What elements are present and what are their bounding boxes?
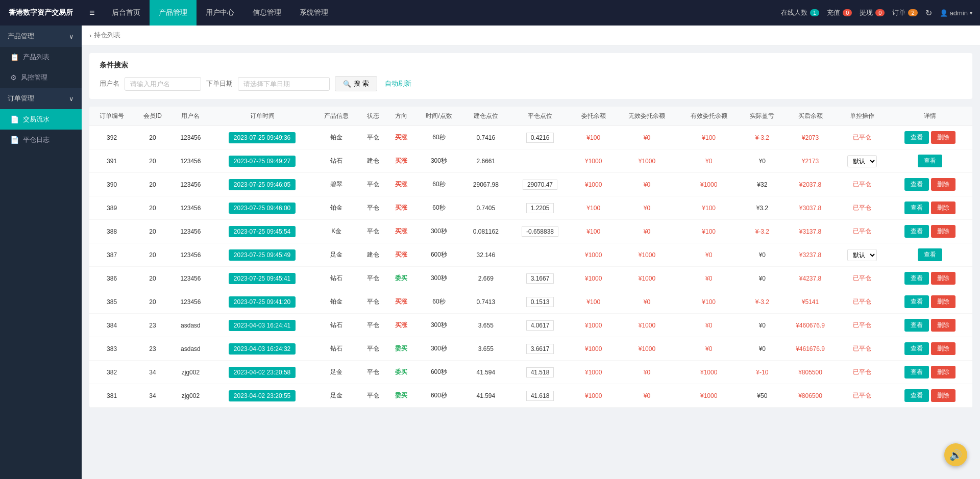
single-op-select-387[interactable]: 默认盈亏全盈全亏 — [847, 249, 877, 261]
cell-profit: ¥-3.2 — [740, 220, 785, 243]
cell-username: 123456 — [171, 220, 210, 243]
nav-item-info[interactable]: 信息管理 — [243, 0, 290, 26]
cell-status: 平仓 — [359, 196, 387, 220]
dropdown-option-profit[interactable]: 盈 — [848, 183, 883, 196]
sidebar-section-orders: 订单管理 ∨ 📄 交易流水 📄 平仓日志 — [0, 88, 82, 150]
recharge-count-badge: 0 — [843, 9, 852, 16]
cell-actions: 查看删除 — [888, 361, 972, 384]
top-right-area: 在线人数 1 充值 0 提现 0 订单 2 ↻ 👤 admin ▾ — [781, 8, 980, 18]
sidebar-item-transaction-flow[interactable]: 📄 交易流水 — [0, 109, 82, 130]
cell-member-id: 23 — [134, 314, 171, 337]
cell-order-time: 2023-04-02 23:20:58 — [210, 361, 314, 384]
cell-order-time: 2023-04-03 16:24:41 — [210, 314, 314, 337]
dropdown-option-all-profit[interactable]: 全盈 — [848, 210, 883, 224]
delete-btn-383[interactable]: 删除 — [931, 342, 955, 355]
cell-invalid-entrust: ¥1000 — [616, 243, 678, 267]
cell-valid-entrust: ¥0 — [678, 314, 740, 337]
auto-refresh-btn[interactable]: 自动刷新 — [385, 79, 411, 88]
delete-btn-388[interactable]: 删除 — [931, 225, 955, 238]
delete-btn-385[interactable]: 删除 — [931, 295, 955, 308]
dropdown-option-default[interactable]: 默认 — [848, 169, 883, 183]
cell-single-op: 已平仓 — [836, 314, 888, 337]
view-btn-385[interactable]: 查看 — [904, 295, 929, 308]
search-button[interactable]: 🔍 搜 索 — [335, 76, 377, 91]
delete-btn-381[interactable]: 删除 — [931, 389, 955, 402]
sidebar-item-risk-control[interactable]: ⚙ 风控管理 — [0, 67, 82, 88]
status-settled-384: 已平仓 — [853, 321, 871, 329]
username-input[interactable] — [125, 77, 201, 91]
cell-balance-after: ¥5141 — [785, 290, 836, 314]
nav-item-system[interactable]: 系统管理 — [290, 0, 337, 26]
user-info[interactable]: 👤 admin ▾ — [940, 9, 972, 17]
cell-single-op: 默认盈亏全盈全亏 — [836, 243, 888, 267]
cell-balance-after: ¥2173 — [785, 149, 836, 173]
th-order-time: 订单时间 — [210, 107, 314, 126]
view-btn-388[interactable]: 查看 — [904, 225, 929, 238]
view-btn-381[interactable]: 查看 — [904, 389, 929, 402]
cell-invalid-entrust: ¥0 — [616, 220, 678, 243]
cell-invalid-entrust: ¥1000 — [616, 267, 678, 290]
table-row: 384 23 asdasd 2023-04-03 16:24:41 钻石 平仓 … — [89, 314, 972, 337]
cell-profit: ¥32 — [740, 173, 785, 196]
cell-time-points: 60秒 — [415, 196, 463, 220]
view-btn-382[interactable]: 查看 — [904, 366, 929, 379]
view-btn-383[interactable]: 查看 — [904, 342, 929, 355]
single-op-select-391[interactable]: 默认盈亏全盈全亏 — [847, 155, 877, 167]
nav-item-products[interactable]: 产品管理 — [150, 0, 197, 26]
cell-valid-entrust: ¥100 — [678, 126, 740, 149]
delete-btn-389[interactable]: 删除 — [931, 201, 955, 214]
cell-order-id: 385 — [89, 290, 134, 314]
cell-actions: 查看删除 — [888, 126, 972, 149]
cell-balance-after: ¥3137.8 — [785, 220, 836, 243]
cell-member-id: 20 — [134, 220, 171, 243]
cell-actions: 查看删除 — [888, 173, 972, 196]
delete-btn-382[interactable]: 删除 — [931, 366, 955, 379]
recharge-item[interactable]: 充值 0 — [827, 8, 852, 17]
delete-btn-390[interactable]: 删除 — [931, 178, 955, 191]
delete-btn-384[interactable]: 删除 — [931, 319, 955, 332]
nav-item-users[interactable]: 用户中心 — [197, 0, 243, 26]
cell-username: 123456 — [171, 126, 210, 149]
view-btn-384[interactable]: 查看 — [904, 319, 929, 332]
delete-btn-392[interactable]: 删除 — [931, 131, 955, 144]
order-item[interactable]: 订单 2 — [892, 8, 917, 17]
table-row: 383 23 asdasd 2023-04-03 16:24:32 钻石 平仓 … — [89, 337, 972, 361]
sidebar-item-product-list[interactable]: 📋 产品列表 — [0, 47, 82, 67]
cell-open-price: 32.146 — [462, 243, 509, 267]
cell-order-id: 387 — [89, 243, 134, 267]
cell-close-price — [509, 243, 571, 267]
cell-profit: ¥0 — [740, 243, 785, 267]
sidebar-section-header-products[interactable]: 产品管理 ∨ — [0, 26, 82, 47]
view-btn-390[interactable]: 查看 — [904, 178, 929, 191]
floating-action-button[interactable]: 🔊 — [944, 443, 967, 466]
sidebar-section-header-orders[interactable]: 订单管理 ∨ — [0, 88, 82, 109]
speaker-icon: 🔊 — [949, 449, 962, 461]
table-header-row: 订单编号 会员ID 用户名 订单时间 产品信息 状态 方向 时间/点数 建仓点位… — [89, 107, 972, 126]
sidebar-item-close-log[interactable]: 📄 平仓日志 — [0, 130, 82, 150]
cell-actions: 查看删除 — [888, 290, 972, 314]
view-btn-392[interactable]: 查看 — [904, 131, 929, 144]
dropdown-option-loss[interactable]: 亏 — [848, 196, 883, 210]
view-btn-389[interactable]: 查看 — [904, 201, 929, 214]
dropdown-option-all-loss[interactable]: 全亏 — [848, 224, 883, 238]
user-avatar-icon: 👤 — [940, 9, 948, 17]
th-entrust: 委托余额 — [571, 107, 616, 126]
cell-profit: ¥0 — [740, 337, 785, 361]
cell-member-id: 20 — [134, 290, 171, 314]
cell-valid-entrust: ¥0 — [678, 337, 740, 361]
refresh-icon[interactable]: ↻ — [925, 8, 932, 18]
cell-status: 平仓 — [359, 337, 387, 361]
view-btn-386[interactable]: 查看 — [904, 272, 929, 285]
withdraw-item[interactable]: 提现 0 — [860, 8, 885, 17]
cell-profit: ¥0 — [740, 149, 785, 173]
cell-balance-after: ¥805500 — [785, 361, 836, 384]
order-date-input[interactable] — [238, 77, 330, 91]
view-btn-387[interactable]: 查看 — [918, 248, 942, 261]
nav-item-home[interactable]: 后台首页 — [103, 0, 150, 26]
search-icon: 🔍 — [343, 80, 351, 88]
view-btn-391[interactable]: 查看 — [918, 155, 942, 167]
search-row: 用户名 下单日期 🔍 搜 索 自动刷新 — [100, 76, 962, 91]
delete-btn-386[interactable]: 删除 — [931, 272, 955, 285]
menu-toggle-icon[interactable]: ≡ — [82, 8, 103, 18]
cell-order-time: 2023-07-25 09:45:49 — [210, 243, 314, 267]
